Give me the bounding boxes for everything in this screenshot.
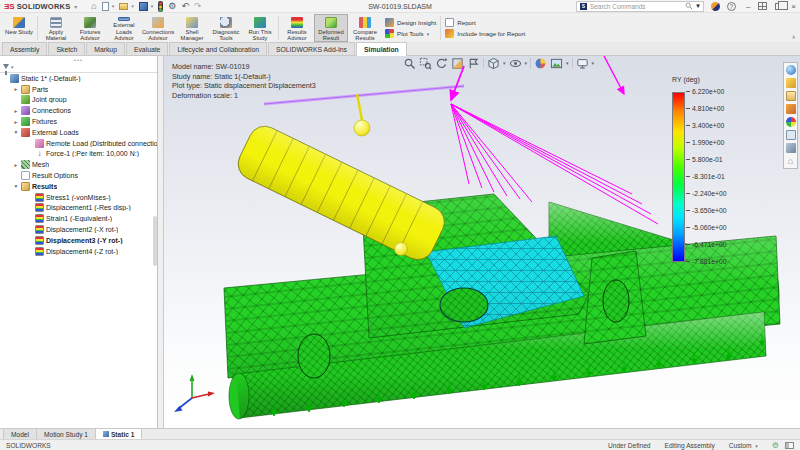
tree-item-force[interactable]: ↓ Force-1 (:Per item: 10,000 N:)	[0, 149, 157, 160]
tab-sketch[interactable]: Sketch	[48, 42, 85, 55]
window-title: SW-01019.SLDASM	[368, 3, 432, 10]
solidworks-resources-icon[interactable]	[786, 65, 796, 75]
rebuild-icon[interactable]	[158, 1, 163, 12]
tree-item-displacement2[interactable]: Displacement2 (-X rot-)	[0, 224, 157, 235]
expand-arrow[interactable]: ▾	[13, 183, 19, 189]
report-button[interactable]: Report	[445, 18, 525, 27]
apply-material-button[interactable]: Apply Material	[39, 14, 73, 42]
search-input[interactable]	[590, 3, 682, 10]
tab-solidworks-add-ins[interactable]: SOLIDWORKS Add-Ins	[268, 42, 355, 55]
run-this-study-button[interactable]: Run This Study	[243, 14, 277, 42]
close-button[interactable]: ×	[791, 2, 796, 11]
dropdown-icon: ▾	[112, 3, 115, 9]
home-icon[interactable]: ⌂	[91, 2, 96, 11]
tree-item-fixtures[interactable]: ▸ Fixtures	[0, 116, 157, 127]
strain-plot-icon	[35, 214, 44, 223]
include-image-for-report-button[interactable]: Include Image for Report	[445, 29, 525, 38]
fixtures-advisor-button[interactable]: Fixtures Advisor	[73, 14, 107, 42]
expand-arrow[interactable]: ▸	[13, 162, 19, 168]
unit-system-selector[interactable]: Custom ▾	[729, 442, 758, 449]
search-box[interactable]: S ▾	[576, 1, 704, 12]
new-document-icon[interactable]	[102, 2, 109, 11]
search-icon[interactable]	[685, 2, 693, 10]
file-explorer-icon[interactable]	[786, 91, 796, 101]
deformed-result-button[interactable]: Deformed Result	[314, 14, 348, 42]
redo-icon[interactable]: ↷	[194, 2, 202, 11]
tree-item-displacement1[interactable]: Displacement1 (-Res disp-)	[0, 203, 157, 214]
tab-model[interactable]: Model	[3, 429, 37, 439]
design-library-icon[interactable]	[786, 78, 796, 88]
tree-item-external-loads[interactable]: ▾ External Loads	[0, 127, 157, 138]
custom-properties-icon[interactable]	[786, 130, 796, 140]
tab-lifecycle-collaboration[interactable]: Lifecycle and Collaboration	[169, 42, 267, 55]
appearances-scenes-icon[interactable]	[786, 117, 796, 127]
design-insight-button[interactable]: Design Insight	[385, 18, 436, 27]
legend-value: 5.800e-01	[692, 156, 723, 163]
minimize-button[interactable]: –	[746, 2, 750, 11]
window-layout-icon[interactable]	[758, 2, 767, 10]
new-study-button[interactable]: New Study	[2, 14, 36, 42]
tree-item-strain1[interactable]: Strain1 (-Equivalent-)	[0, 213, 157, 224]
search-dropdown-icon[interactable]: ▾	[696, 2, 700, 10]
tree-item-displacement4[interactable]: Displacement4 (-Z rot-)	[0, 246, 157, 257]
tab-evaluate[interactable]: Evaluate	[126, 42, 168, 55]
results-advisor-button[interactable]: Results Advisor	[280, 14, 314, 42]
shell-manager-button[interactable]: Shell Manager	[175, 14, 209, 42]
tree-item-remote-load[interactable]: Remote Load (Distributed connection)-1 (…	[0, 138, 157, 149]
tree-item-connections[interactable]: ▸ Connections	[0, 105, 157, 116]
tree-item-results[interactable]: ▾ Results	[0, 181, 157, 192]
save-icon[interactable]	[139, 2, 148, 11]
tab-motion-study-1[interactable]: Motion Study 1	[37, 429, 96, 439]
restore-window-button[interactable]	[775, 3, 783, 10]
menu-expand-icon[interactable]: ▾	[74, 3, 77, 10]
tab-markup[interactable]: Markup	[86, 42, 125, 55]
tree-item-study[interactable]: Static 1* (-Default-)	[0, 73, 157, 84]
help-icon[interactable]: ?	[727, 2, 736, 11]
compare-results-icon	[359, 17, 371, 28]
displacement-plot-icon	[35, 236, 44, 245]
graphics-viewport[interactable]: Model name: SW-01019 Study name: Static …	[164, 56, 800, 428]
tree-item-joint-group[interactable]: Joint group	[0, 95, 157, 106]
dropdown-icon[interactable]: ▾	[755, 443, 758, 449]
tree-scrollbar[interactable]	[153, 216, 157, 266]
panel-grip[interactable]: •••	[74, 57, 83, 63]
settings-icon[interactable]: ⚙	[772, 441, 779, 450]
tree-item-result-options[interactable]: Result Options	[0, 170, 157, 181]
displacement-plot-icon	[35, 247, 44, 256]
expand-arrow[interactable]: ▸	[13, 108, 19, 114]
tree-item-parts[interactable]: ▸ Parts	[0, 84, 157, 95]
open-document-icon[interactable]	[119, 3, 128, 10]
document-tabs: Model Motion Study 1 Static 1	[0, 428, 800, 439]
expand-arrow[interactable]: ▸	[13, 86, 19, 92]
legend-value: -6.471e+00	[692, 241, 727, 248]
tab-simulation[interactable]: Simulation	[356, 42, 407, 56]
tree-item-displacement3[interactable]: Displacement3 (-Y rot-)	[0, 235, 157, 246]
tree-item-stress1[interactable]: Stress1 (-vonMises-)	[0, 192, 157, 203]
model-part-cylinder[interactable]	[233, 121, 450, 265]
user-avatar[interactable]	[711, 2, 720, 11]
dropdown-icon[interactable]: ▾	[427, 31, 430, 37]
task-pane-toggle-icon[interactable]	[785, 442, 794, 449]
expand-arrow[interactable]: ▸	[13, 119, 19, 125]
deformed-result-icon	[325, 17, 337, 28]
home-icon[interactable]: ⌂	[786, 156, 796, 166]
view-palette-icon[interactable]	[786, 104, 796, 114]
filter-dropdown-icon[interactable]: ▾	[11, 64, 14, 70]
undo-icon[interactable]: ↶	[181, 2, 189, 11]
results-folder-icon	[21, 182, 30, 191]
tree-item-mesh[interactable]: ▸ Mesh	[0, 159, 157, 170]
tab-static-1[interactable]: Static 1	[96, 429, 142, 439]
ribbon-collapse-icon[interactable]: ∧	[792, 33, 796, 40]
filter-icon[interactable]	[3, 64, 9, 69]
options-gear-icon[interactable]: ⚙	[168, 2, 176, 11]
pack-and-go-icon[interactable]	[786, 143, 796, 153]
connections-advisor-button[interactable]: Connections Advisor	[141, 14, 175, 42]
expand-arrow[interactable]: ▾	[13, 129, 19, 135]
tab-assembly[interactable]: Assembly	[2, 42, 47, 55]
diagnostic-tools-button[interactable]: Diagnostic Tools	[209, 14, 243, 42]
plot-tools-button[interactable]: Plot Tools ▾	[385, 29, 436, 38]
compare-results-button[interactable]: Compare Results	[348, 14, 382, 42]
orientation-triad	[174, 374, 215, 412]
stress-plot-icon	[35, 193, 44, 202]
external-loads-advisor-button[interactable]: External Loads Advisor	[107, 14, 141, 42]
